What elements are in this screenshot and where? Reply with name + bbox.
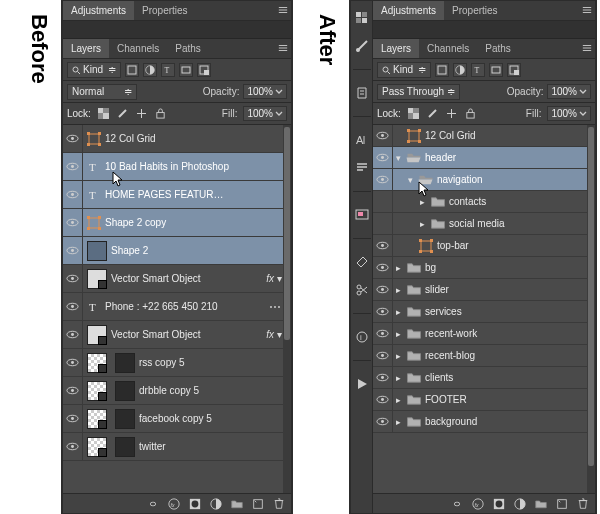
lock-trans-icon[interactable] (97, 107, 110, 120)
filter-kind-select[interactable]: Kind≑ (67, 62, 121, 78)
lock-paint-icon[interactable] (116, 107, 129, 120)
lock-paint-icon[interactable] (426, 107, 439, 120)
panel-flyout-icon[interactable] (579, 43, 595, 55)
visibility-toggle[interactable] (373, 345, 393, 366)
filter-pixel-icon[interactable] (435, 63, 449, 77)
character-icon[interactable]: A (355, 133, 369, 147)
paragraph-icon[interactable] (355, 161, 369, 175)
filter-adjust-icon[interactable] (143, 63, 157, 77)
visibility-toggle[interactable] (63, 321, 83, 348)
layer-row[interactable]: ▸slider (373, 279, 587, 301)
visibility-toggle[interactable] (63, 265, 83, 292)
layer-row[interactable]: ▸FOOTER (373, 389, 587, 411)
visibility-toggle[interactable] (63, 153, 83, 180)
panel-flyout-icon[interactable] (275, 43, 291, 55)
disclosure-icon[interactable]: ▸ (393, 395, 403, 405)
new-group-icon[interactable] (230, 497, 243, 510)
scrollbar[interactable] (283, 125, 291, 493)
visibility-toggle[interactable] (373, 279, 393, 300)
filter-shape-icon[interactable] (179, 63, 193, 77)
opacity-value[interactable]: 100% (243, 84, 287, 99)
visibility-toggle[interactable] (373, 411, 393, 432)
tab-layers[interactable]: Layers (63, 39, 109, 58)
scrollbar[interactable] (587, 125, 595, 493)
visibility-toggle[interactable] (63, 237, 83, 264)
layer-row[interactable]: ▸recent-blog (373, 345, 587, 367)
layer-row[interactable]: Vector Smart Objectfx▾ (63, 321, 283, 349)
lock-all-icon[interactable] (464, 107, 477, 120)
trash-icon[interactable] (576, 497, 589, 510)
panel-flyout-icon[interactable] (275, 5, 291, 17)
visibility-toggle[interactable] (373, 213, 393, 234)
lock-all-icon[interactable] (154, 107, 167, 120)
mask-icon[interactable] (188, 497, 201, 510)
visibility-toggle[interactable] (63, 377, 83, 404)
layer-row[interactable]: Vector Smart Objectfx▾ (63, 265, 283, 293)
disclosure-icon[interactable]: ▸ (393, 307, 403, 317)
layer-row[interactable]: HOME PAGES FEATUR… (63, 181, 283, 209)
disclosure-icon[interactable]: ▸ (393, 373, 403, 383)
disclosure-icon[interactable]: ▸ (393, 351, 403, 361)
layer-row[interactable]: 12 Col Grid (373, 125, 587, 147)
filter-smart-icon[interactable] (507, 63, 521, 77)
fill-value[interactable]: 100% (243, 106, 287, 121)
disclosure-icon[interactable]: ▾ (405, 175, 415, 185)
tab-properties[interactable]: Properties (134, 1, 196, 20)
panel-flyout-icon[interactable] (579, 5, 595, 17)
lock-trans-icon[interactable] (407, 107, 420, 120)
info-icon[interactable]: i (355, 330, 369, 344)
layer-row[interactable]: twitter (63, 433, 283, 461)
filter-smart-icon[interactable] (197, 63, 211, 77)
visibility-toggle[interactable] (373, 235, 393, 256)
tab-paths[interactable]: Paths (167, 39, 209, 58)
layer-row[interactable]: top-bar (373, 235, 587, 257)
layer-row[interactable]: ▸clients (373, 367, 587, 389)
layer-row[interactable]: ▾header (373, 147, 587, 169)
link-icon[interactable] (450, 497, 463, 510)
layer-row[interactable]: ▸background (373, 411, 587, 433)
visibility-toggle[interactable] (63, 209, 83, 236)
visibility-toggle[interactable] (63, 125, 83, 152)
lock-position-icon[interactable] (135, 107, 148, 120)
layer-row[interactable]: ▾navigation (373, 169, 587, 191)
tab-properties[interactable]: Properties (444, 1, 506, 20)
blend-mode-select[interactable]: Normal≑ (67, 84, 137, 100)
fill-value[interactable]: 100% (547, 106, 591, 121)
layer-row[interactable]: 10 Bad Habits in Photoshop (63, 153, 283, 181)
visibility-toggle[interactable] (373, 169, 393, 190)
layer-row[interactable]: ▸social media (373, 213, 587, 235)
opacity-value[interactable]: 100% (547, 84, 591, 99)
tab-channels[interactable]: Channels (109, 39, 167, 58)
visibility-toggle[interactable] (373, 125, 393, 146)
blend-mode-select[interactable]: Pass Through≑ (377, 84, 460, 100)
layer-row[interactable]: 12 Col Grid (63, 125, 283, 153)
visibility-toggle[interactable] (63, 293, 83, 320)
visibility-toggle[interactable] (373, 147, 393, 168)
visibility-toggle[interactable] (63, 433, 83, 460)
visibility-toggle[interactable] (63, 181, 83, 208)
filter-shape-icon[interactable] (489, 63, 503, 77)
trash-icon[interactable] (272, 497, 285, 510)
new-layer-icon[interactable] (251, 497, 264, 510)
tab-channels[interactable]: Channels (419, 39, 477, 58)
layer-row[interactable]: drbble copy 5 (63, 377, 283, 405)
layer-row[interactable]: Shape 2 copy (63, 209, 283, 237)
tab-adjustments[interactable]: Adjustments (373, 1, 444, 20)
filter-type-icon[interactable] (471, 63, 485, 77)
visibility-toggle[interactable] (373, 323, 393, 344)
layer-row[interactable]: Shape 2 (63, 237, 283, 265)
navigator-icon[interactable] (355, 208, 369, 222)
fx-icon[interactable] (471, 497, 484, 510)
actions-icon[interactable] (355, 377, 369, 391)
filter-kind-select[interactable]: Kind≑ (377, 62, 431, 78)
disclosure-icon[interactable]: ▸ (417, 197, 427, 207)
adjustment-icon[interactable] (513, 497, 526, 510)
new-group-icon[interactable] (534, 497, 547, 510)
ruler-icon[interactable] (355, 255, 369, 269)
layer-row[interactable]: ▸services (373, 301, 587, 323)
visibility-toggle[interactable] (373, 389, 393, 410)
visibility-toggle[interactable] (373, 257, 393, 278)
disclosure-icon[interactable]: ▸ (393, 417, 403, 427)
filter-type-icon[interactable] (161, 63, 175, 77)
adjustment-icon[interactable] (209, 497, 222, 510)
